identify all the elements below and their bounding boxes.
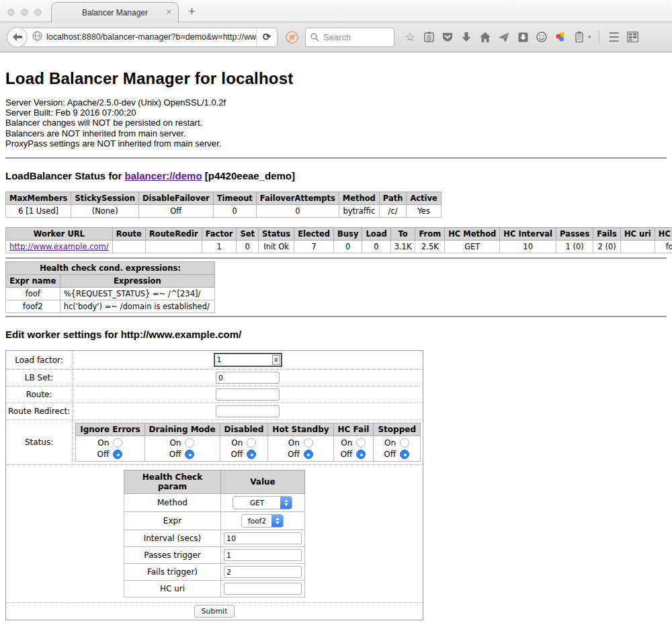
chat-smiley-icon[interactable] [534, 30, 549, 44]
status-off-radio[interactable] [185, 450, 194, 459]
divider [5, 157, 667, 159]
tab-close-icon[interactable]: × [166, 7, 171, 16]
table-cell [620, 241, 655, 253]
status-heading-suffix: [p4420eeae_demo] [202, 170, 295, 181]
status-radio-cell: OnOff [268, 436, 333, 462]
route-input[interactable] [216, 388, 280, 401]
table-row: Fails trigger) [124, 564, 304, 581]
column-header: Factor [202, 228, 237, 241]
worker-url-link[interactable]: http://www.example.com/ [9, 242, 109, 251]
off-label: Off [97, 450, 110, 459]
new-tab-button[interactable]: + [188, 4, 196, 19]
table-row: LB Set: [6, 370, 423, 386]
minimize-window-button[interactable] [21, 9, 28, 16]
route-redirect-input[interactable] [216, 405, 280, 417]
hc-param-label: Expr [124, 512, 220, 530]
save-page-icon[interactable] [515, 30, 530, 44]
status-heading-prefix: LoadBalancer Status for [5, 170, 125, 181]
table-row: Interval (secs) [124, 530, 304, 547]
status-on-radio[interactable] [400, 438, 409, 448]
server-info-line: Server Version: Apache/2.5.0-dev (Unix) … [5, 97, 667, 108]
reading-list-icon[interactable] [421, 30, 436, 44]
column-header: HC Expr [655, 228, 672, 241]
download-icon[interactable] [459, 30, 474, 44]
url-input[interactable]: localhost:8880/balancer-manager?b=demo&w… [46, 28, 257, 46]
url-bar[interactable]: localhost:8880/balancer-manager?b=demo&w… [17, 28, 278, 47]
status-on-radio[interactable] [185, 438, 194, 448]
bookmark-star-icon[interactable]: ☆ [403, 30, 417, 44]
table-cell: Yes [407, 205, 441, 218]
column-header: HC Fail [333, 423, 374, 436]
status-on-radio[interactable] [113, 438, 122, 448]
share-plane-icon[interactable] [497, 30, 511, 44]
route-cell [73, 386, 423, 403]
number-spinner-icon[interactable] [272, 355, 280, 365]
off-label: Off [288, 450, 300, 459]
browser-tab[interactable]: Balancer Manager × [51, 2, 179, 23]
table-cell: 7 [294, 241, 334, 253]
table-cell: GET [445, 241, 500, 253]
divider [5, 257, 667, 259]
back-button[interactable] [7, 27, 28, 48]
status-off-radio[interactable] [113, 450, 122, 459]
select-stepper-icon [271, 515, 283, 527]
column-header: Route [112, 228, 145, 241]
lb-set-cell [73, 370, 423, 386]
hc-fails-trigger--input[interactable] [224, 566, 302, 578]
status-off-radio[interactable] [400, 450, 409, 459]
hc-expr-select[interactable]: foof2 [241, 514, 284, 528]
column-header: FailoverAttempts [256, 192, 339, 205]
column-header: Set [237, 228, 259, 241]
table-header-row: Expr nameExpression [6, 275, 215, 288]
home-icon[interactable] [478, 30, 493, 44]
chevron-down-icon[interactable]: ▾ [588, 34, 591, 40]
color-dots-extension-icon[interactable] [553, 30, 568, 44]
status-off-radio[interactable] [356, 450, 366, 459]
plugin-blocked-icon[interactable] [286, 31, 298, 44]
balancer-link[interactable]: balancer://demo [125, 170, 202, 181]
lb-set-input[interactable] [216, 372, 280, 384]
reload-icon[interactable]: ⟳ [257, 31, 277, 43]
table-cell: 1 [202, 241, 237, 253]
hc-param-label: HC uri [124, 581, 220, 597]
column-header: Expr name [6, 275, 60, 288]
close-window-button[interactable] [7, 9, 15, 16]
table-cell: 0 [237, 241, 259, 253]
submit-button[interactable]: Submit [194, 605, 234, 618]
health-check-expressions-table: Health check cond. expressions:Expr name… [5, 261, 215, 313]
hc-param-label: Passes trigger [124, 547, 220, 564]
status-off-radio[interactable] [304, 450, 313, 459]
table-header-row: Health check cond. expressions: [6, 262, 215, 275]
zoom-window-button[interactable] [34, 9, 42, 16]
status-on-radio[interactable] [356, 438, 366, 448]
globe-icon [32, 31, 42, 44]
hc-passes-trigger-input[interactable] [224, 549, 302, 561]
menu-hamburger-icon[interactable]: ☰ [607, 30, 622, 44]
status-radio-cell: OnOff [374, 436, 421, 462]
hc-method-select[interactable]: GET [233, 496, 292, 509]
expr-name-cell: foof [6, 288, 60, 300]
container-battery-icon[interactable] [572, 30, 587, 44]
search-bar[interactable]: Search [305, 28, 394, 47]
load-factor-stepper [214, 353, 282, 367]
route-redirect-label: Route Redirect: [6, 403, 73, 420]
column-header: StickySession [71, 192, 138, 205]
status-on-radio[interactable] [247, 438, 256, 448]
hc-hc-uri-input[interactable] [224, 583, 302, 595]
status-radio-cell: OnOff [220, 436, 268, 462]
on-label: On [341, 438, 353, 448]
table-cell: 3.1K [390, 241, 415, 253]
table-row: OnOffOnOffOnOffOnOffOnOffOnOff [76, 436, 421, 462]
select-stepper-icon [280, 497, 292, 509]
column-header: Status [259, 228, 294, 241]
table-cell: 0 [213, 205, 256, 218]
sidebar-panel-icon[interactable] [626, 30, 640, 44]
balancer-status-table: MaxMembersStickySessionDisableFailoverTi… [5, 192, 442, 218]
hc-interval-secs--input[interactable] [224, 532, 302, 544]
load-factor-input[interactable] [217, 356, 272, 364]
status-off-radio[interactable] [247, 450, 256, 459]
status-on-radio[interactable] [304, 438, 313, 448]
select-value: GET [233, 497, 280, 509]
column-header: Active [407, 192, 441, 205]
pocket-icon[interactable] [440, 30, 455, 44]
